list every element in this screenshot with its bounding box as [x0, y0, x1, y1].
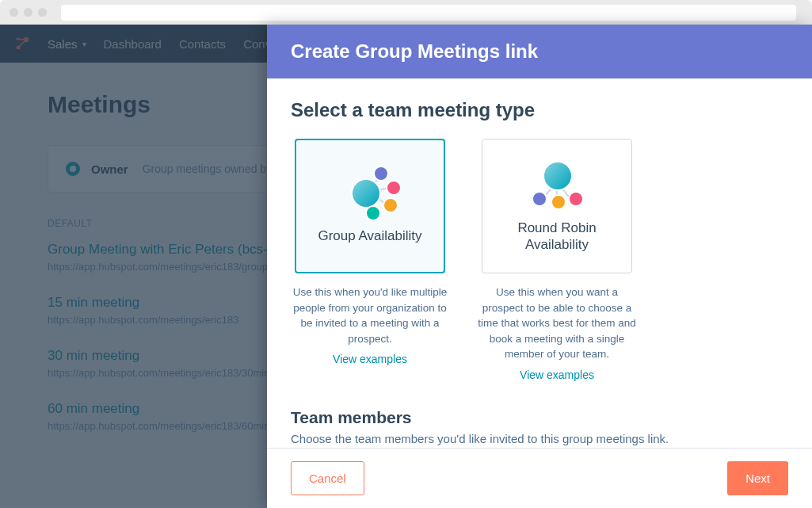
option-title: Group Availability: [318, 227, 421, 244]
traffic-lights: [10, 8, 47, 17]
panel-body: Select a team meeting type: [267, 78, 812, 448]
cancel-button[interactable]: Cancel: [291, 461, 364, 495]
option-desc: Use this when you want a prospect to be …: [478, 285, 636, 362]
option-round-robin[interactable]: Round Robin Availability Use this when y…: [478, 139, 636, 381]
round-robin-icon: [525, 159, 589, 208]
option-card: Group Availability: [295, 139, 445, 273]
option-title: Round Robin Availability: [490, 220, 623, 254]
select-heading: Select a team meeting type: [291, 99, 788, 121]
view-examples-link[interactable]: View examples: [333, 353, 407, 365]
create-group-panel: Create Group Meetings link Select a team…: [267, 25, 812, 508]
browser-chrome: [0, 0, 812, 25]
panel-header: Create Group Meetings link: [267, 25, 812, 78]
traffic-max[interactable]: [38, 8, 47, 17]
team-members-heading: Team members: [291, 408, 788, 427]
view-examples-link[interactable]: View examples: [520, 369, 594, 381]
next-button[interactable]: Next: [727, 461, 788, 495]
meeting-type-options: Group Availability Use this when you'd l…: [291, 139, 788, 381]
team-members-section: Team members Choose the team members you…: [291, 408, 788, 445]
option-desc: Use this when you'd like multiple people…: [291, 285, 449, 346]
traffic-min[interactable]: [24, 8, 32, 17]
panel-footer: Cancel Next: [267, 448, 812, 508]
team-members-sub: Choose the team members you'd like invit…: [291, 432, 788, 445]
traffic-close[interactable]: [10, 8, 18, 17]
option-group-availability[interactable]: Group Availability Use this when you'd l…: [291, 139, 449, 381]
url-bar[interactable]: [61, 5, 796, 21]
option-card: Round Robin Availability: [482, 139, 632, 273]
group-availability-icon: [338, 167, 402, 216]
